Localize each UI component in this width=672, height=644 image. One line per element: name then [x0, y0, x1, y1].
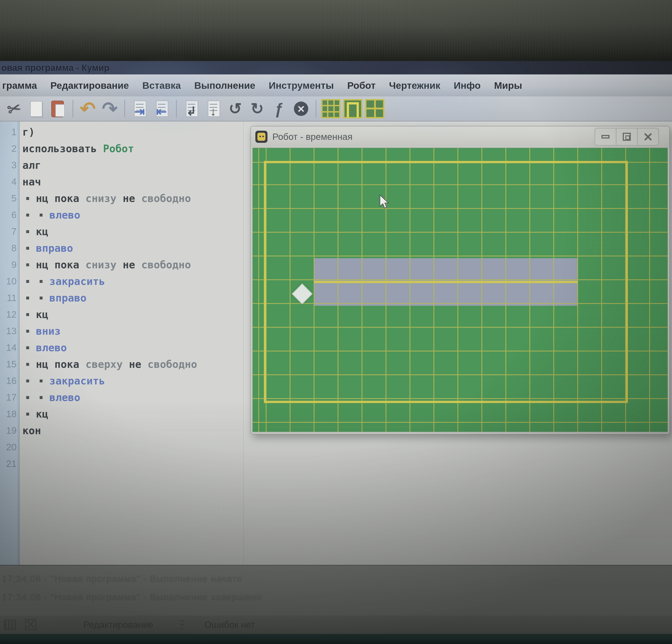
code-line-1[interactable]: г) [22, 124, 35, 140]
line-number-20: 20 [6, 439, 16, 456]
line-number-6: 6 [11, 207, 16, 223]
undo-glyph: ↶ [80, 99, 96, 118]
robot-window-title-bar[interactable]: Робот - временная [251, 126, 669, 147]
close-button[interactable] [637, 128, 658, 145]
redo-icon[interactable]: ↷ [99, 98, 120, 119]
menu-item-2[interactable]: Вставка [135, 80, 188, 91]
code-line-8[interactable]: вправо [22, 240, 73, 256]
robot-pult-window-icon[interactable] [343, 99, 362, 118]
menu-item-3[interactable]: Выполнение [188, 80, 262, 91]
minimize-button[interactable] [595, 128, 616, 145]
code-line-13[interactable]: вниз [22, 323, 61, 339]
code-token: снизу [86, 192, 123, 204]
code-token: влево [49, 209, 80, 221]
code-token: кц [36, 225, 48, 238]
unindent-icon[interactable]: ⇤ [151, 98, 172, 119]
menu-item-0[interactable]: грамма [1, 80, 44, 91]
code-line-7[interactable]: кц [22, 223, 48, 240]
code-token: влево [36, 342, 67, 354]
menu-item-7[interactable]: Инфо [447, 80, 487, 91]
toolbar-separator [176, 100, 177, 117]
code-line-4[interactable]: нач [22, 174, 41, 190]
menu-item-5[interactable]: Робот [340, 80, 382, 91]
console-message: 17:34:08 - "Новая программа" - Выполнени… [2, 574, 242, 584]
code-token: кц [36, 308, 48, 320]
run-continuous-icon[interactable]: ↺ [225, 98, 245, 119]
close-box-icon[interactable] [25, 619, 36, 630]
line-number-1: 1 [11, 124, 16, 140]
code-token: использовать [22, 143, 103, 155]
cut-icon[interactable]: ✂ [4, 98, 24, 119]
code-line-18[interactable]: кц [22, 406, 48, 422]
menu-item-6[interactable]: Чертежник [382, 80, 447, 91]
step-into-icon[interactable]: ↓ [203, 98, 224, 119]
line-number-18: 18 [6, 406, 16, 422]
keyboard-layout-icon[interactable] [4, 620, 16, 630]
code-token: нц пока [36, 259, 86, 271]
code-token: кон [22, 424, 41, 437]
code-token: не [123, 259, 141, 271]
code-line-3[interactable]: алг [22, 157, 41, 174]
indent-dot [26, 280, 29, 283]
line-number-17: 17 [6, 389, 16, 406]
cut-glyph: ✂ [5, 99, 23, 118]
code-line-15[interactable]: нц пока сверху не свободно [22, 356, 197, 373]
line-number-2: 2 [11, 140, 16, 157]
code-line-16[interactable]: закрасить [22, 373, 105, 389]
code-token: вниз [36, 325, 61, 337]
run-step-icon[interactable]: ↻ [247, 98, 267, 119]
code-line-17[interactable]: влево [22, 389, 80, 406]
menu-item-1[interactable]: Редактирование [44, 80, 135, 91]
indent-dot [26, 264, 29, 266]
paste-icon[interactable] [48, 98, 68, 119]
code-token: г) [22, 126, 35, 138]
line-number-16: 16 [6, 373, 16, 389]
step-over-glyph: ↲ [186, 105, 196, 117]
field-size-window-icon[interactable] [365, 99, 384, 118]
code-line-14[interactable]: влево [22, 339, 67, 356]
step-over-icon[interactable]: ↲ [181, 98, 202, 119]
code-line-10[interactable]: закрасить [22, 273, 105, 290]
console-message: 17:34:08 - "Новая программа" - Выполнени… [2, 592, 262, 602]
code-line-5[interactable]: нц пока снизу не свободно [22, 190, 191, 207]
toolbar: ✂↶↷⇥⇤↲↓↺↻ƒ× [0, 96, 672, 121]
close-glyph [644, 132, 652, 141]
code-line-12[interactable]: кц [22, 306, 48, 323]
code-token: не [123, 192, 141, 204]
toolbar-separator [124, 100, 125, 117]
indent-dot [26, 230, 29, 233]
stop-icon[interactable]: × [291, 98, 311, 119]
line-number-5: 5 [11, 190, 16, 207]
eval-expression-icon[interactable]: ƒ [269, 98, 289, 119]
menu-item-4[interactable]: Инструменты [262, 80, 340, 91]
code-line-2[interactable]: использовать Робот [22, 140, 134, 157]
robot-window-title: Робот - временная [272, 132, 595, 142]
code-token: закрасить [49, 375, 105, 387]
indent-dot [40, 214, 43, 216]
status-errors: Ошибок нет [204, 620, 255, 630]
robot[interactable] [292, 283, 312, 304]
indent-icon[interactable]: ⇥ [129, 98, 150, 119]
code-line-11[interactable]: вправо [22, 290, 86, 306]
line-number-7: 7 [11, 223, 16, 240]
line-number-13: 13 [6, 323, 16, 339]
minimize-glyph [601, 135, 610, 139]
code-token: свободно [148, 358, 197, 370]
indent-dot [26, 330, 29, 333]
code-line-6[interactable]: влево [22, 207, 80, 223]
code-line-9[interactable]: нц пока снизу не свободно [22, 256, 191, 273]
robot-icon [255, 131, 267, 143]
new-document-icon[interactable] [26, 98, 46, 119]
code-line-19[interactable]: кон [22, 422, 41, 439]
maximize-button[interactable] [616, 128, 637, 145]
undo-icon[interactable]: ↶ [77, 98, 98, 119]
indent-dot [26, 346, 29, 349]
line-number-15: 15 [6, 356, 16, 373]
line-number-21: 21 [6, 456, 16, 472]
code-token: сверху [86, 358, 129, 370]
menu-item-8[interactable]: Миры [488, 80, 529, 91]
code-token: вправо [49, 292, 86, 304]
robot-field-window-icon[interactable] [321, 99, 340, 118]
indent-dot [40, 379, 43, 383]
console-panel: 17:34:08 - "Новая программа" - Выполнени… [0, 565, 672, 616]
